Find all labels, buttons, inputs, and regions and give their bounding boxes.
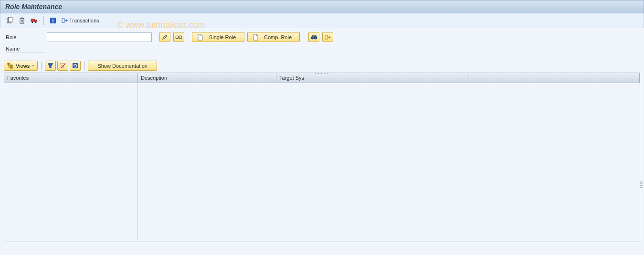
transport-icon[interactable] [29, 15, 40, 26]
role-label: Role [6, 34, 44, 40]
role-input[interactable] [47, 32, 152, 42]
refresh-button[interactable] [70, 61, 81, 71]
show-documentation-button[interactable]: Show Documentation [88, 61, 157, 71]
svg-rect-21 [8, 63, 10, 64]
svg-point-9 [32, 21, 33, 23]
hierarchy-icon [325, 34, 331, 41]
svg-rect-19 [312, 35, 316, 37]
comp-role-button[interactable]: Comp. Role [247, 32, 300, 42]
show-doc-label: Show Documentation [97, 63, 148, 69]
grid-body-left [4, 83, 138, 240]
svg-rect-7 [31, 19, 35, 21]
separator [84, 62, 84, 70]
where-used-button[interactable] [322, 32, 333, 42]
svg-rect-22 [11, 65, 12, 66]
separator [43, 16, 44, 25]
pencil-icon [162, 34, 168, 40]
svg-point-10 [35, 21, 36, 23]
document-icon [253, 34, 258, 41]
svg-rect-20 [325, 35, 327, 39]
col-target-sys[interactable]: Target Sys [276, 73, 467, 83]
svg-rect-2 [20, 19, 24, 23]
copy-icon[interactable] [4, 15, 15, 26]
separator [41, 62, 42, 70]
chevron-down-icon [32, 65, 34, 67]
page-title: Role Maintenance [5, 3, 62, 11]
glasses-icon [175, 34, 182, 40]
svg-line-24 [61, 64, 65, 68]
tree-icon [7, 63, 14, 69]
grid-toolbar: Views Show Documentation [0, 58, 644, 73]
svg-point-14 [176, 36, 179, 39]
views-label: Views [16, 63, 30, 69]
svg-rect-1 [9, 17, 12, 22]
filter-off-icon [60, 63, 66, 69]
col-favorites[interactable]: Favorites [4, 73, 138, 83]
transactions-label: Transactions [69, 18, 99, 23]
col-description[interactable]: Description [138, 73, 276, 83]
find-button[interactable] [308, 32, 319, 42]
refresh-icon [72, 63, 78, 69]
display-button[interactable] [173, 32, 184, 42]
comp-role-label: Comp. Role [261, 34, 295, 40]
single-role-label: Single Role [206, 34, 239, 40]
svg-point-15 [179, 36, 182, 39]
binoculars-icon [311, 34, 317, 41]
splitter-handle[interactable]: • • • • • [315, 72, 329, 75]
svg-rect-23 [11, 67, 12, 68]
form-area: Role Single Role Comp. Role Name [0, 28, 644, 58]
document-icon [197, 34, 203, 41]
svg-rect-8 [35, 20, 37, 21]
filter-button[interactable] [45, 61, 56, 71]
scroll-indicator[interactable] [640, 181, 643, 188]
grid-body-right [138, 83, 640, 240]
app-toolbar: i Transactions [0, 13, 644, 28]
assign-icon[interactable]: Transactions [60, 15, 101, 26]
edit-button[interactable] [159, 32, 170, 42]
filter-icon [47, 63, 53, 69]
svg-text:i: i [53, 18, 54, 23]
grid-body [4, 83, 640, 240]
info-icon[interactable]: i [48, 15, 58, 26]
single-role-button[interactable]: Single Role [192, 32, 244, 42]
filter-delete-button[interactable] [57, 61, 68, 71]
col-empty[interactable] [467, 73, 640, 83]
name-label: Name [6, 46, 46, 53]
views-button[interactable]: Views [4, 61, 38, 71]
svg-rect-13 [62, 19, 64, 22]
delete-icon[interactable] [17, 15, 27, 26]
title-bar: Role Maintenance [0, 0, 644, 13]
data-grid: • • • • • Favorites Description Target S… [4, 73, 640, 242]
